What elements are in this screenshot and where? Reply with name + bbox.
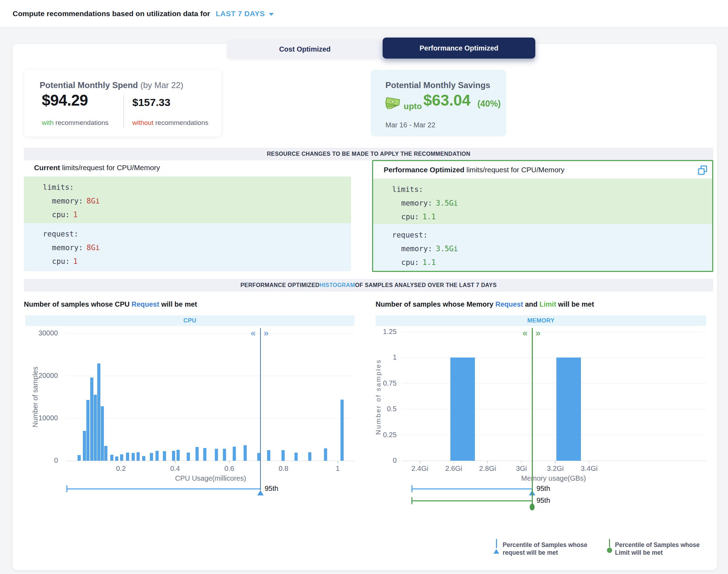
legend-request-label: Percentile of Samples whose request will… bbox=[503, 541, 600, 556]
current-title-bold: Current bbox=[34, 163, 60, 172]
current-limits-block: limits: memory:8Gi cpu:1 bbox=[24, 176, 351, 223]
date-range-value: LAST 7 DAYS bbox=[216, 9, 265, 18]
spend-card-title: Potential Monthly Spend (by Mar 22) bbox=[40, 80, 183, 90]
limits-memory-row: memory:8Gi bbox=[43, 194, 351, 208]
optimized-request-block: request: memory:3.5Gi cpu:1.1 bbox=[373, 224, 712, 271]
caption-pre: Number of samples whose CPU bbox=[24, 300, 132, 308]
without-word: without bbox=[132, 119, 153, 126]
memory-y-axis-title: Number of samples bbox=[375, 355, 382, 439]
cpu-value: 1.1 bbox=[423, 258, 436, 267]
copy-icon[interactable] bbox=[698, 165, 707, 177]
limits-key: limits: bbox=[392, 183, 712, 196]
limits-cpu-row: cpu:1 bbox=[43, 208, 351, 222]
request-cpu-row: cpu:1 bbox=[43, 255, 351, 268]
cpu-key: cpu: bbox=[401, 213, 419, 221]
optimized-panel: Performance Optimized limits/request for… bbox=[372, 160, 713, 272]
savings-upto: upto bbox=[404, 101, 422, 111]
savings-percent: (40%) bbox=[477, 99, 501, 109]
histogram-section-header: PERFORMANCE OPTIMIZED HISTOGRAM OF SAMPL… bbox=[24, 279, 713, 292]
memory-value: 3.5Gi bbox=[436, 199, 458, 207]
spend-title-text: Potential Monthly Spend bbox=[40, 80, 138, 90]
current-title-rest: limits/request for CPU/Memory bbox=[60, 163, 160, 172]
marker-right-handle-icon[interactable]: » bbox=[264, 328, 269, 338]
page-title: Compute recommendations based on utiliza… bbox=[13, 9, 210, 18]
request-memory-row: memory:8Gi bbox=[43, 241, 351, 255]
memory-key: memory: bbox=[52, 243, 83, 252]
page: Compute recommendations based on utiliza… bbox=[0, 0, 728, 574]
memory-value: 8Gi bbox=[87, 197, 100, 205]
chevron-down-icon bbox=[269, 13, 274, 16]
marker-left-handle-icon[interactable]: « bbox=[522, 328, 527, 338]
request-percentile-marker-icon bbox=[493, 539, 500, 554]
request-cpu-row: cpu:1.1 bbox=[392, 256, 712, 269]
money-banknotes-icon bbox=[384, 94, 402, 109]
with-rest: recommendations bbox=[54, 119, 108, 126]
optimized-title-rest: limits/request for CPU/Memory bbox=[464, 166, 564, 174]
memory-value: 3.5Gi bbox=[436, 245, 458, 253]
request-memory-row: memory:3.5Gi bbox=[392, 242, 712, 256]
cpu-y-axis-title: Number of samples bbox=[31, 355, 39, 439]
date-range-selector[interactable]: LAST 7 DAYS bbox=[216, 9, 274, 18]
optimized-title-bold: Performance Optimized bbox=[384, 166, 464, 174]
cpu-value: 1.1 bbox=[423, 213, 436, 221]
current-panel-title: Current limits/request for CPU/Memory bbox=[34, 163, 160, 172]
caption-post: will be met bbox=[159, 300, 197, 308]
topbar: Compute recommendations based on utiliza… bbox=[0, 0, 728, 27]
potential-monthly-savings-card: Potential Monthly Savings upto $63.04 (4… bbox=[371, 70, 506, 136]
cpu-value: 1 bbox=[73, 211, 78, 219]
hist-header-highlight: HISTOGRAM bbox=[319, 282, 355, 288]
limits-key: limits: bbox=[43, 181, 351, 194]
cpu-key: cpu: bbox=[401, 258, 419, 267]
savings-card-title: Potential Monthly Savings bbox=[385, 80, 490, 90]
caption-request: Request bbox=[132, 300, 159, 308]
percentile-marker-line[interactable] bbox=[260, 328, 261, 490]
cpu-chart-caption: Number of samples whose CPU Request will… bbox=[24, 300, 197, 308]
savings-value: $63.04 bbox=[423, 92, 471, 109]
legend-limit-label: Percentile of Samples whose Limit will b… bbox=[615, 541, 708, 556]
marker-left-handle-icon[interactable]: « bbox=[251, 328, 256, 338]
tab-cost-optimized[interactable]: Cost Optimized bbox=[227, 40, 383, 59]
spend-without-label: without recommendations bbox=[132, 119, 209, 127]
caption-pre: Number of samples whose Memory bbox=[376, 300, 495, 308]
caption-mid: and bbox=[523, 300, 540, 308]
hist-header-post: OF SAMPLES ANALYSED OVER THE LAST 7 DAYS bbox=[355, 282, 497, 288]
savings-date-range: Mar 16 - Mar 22 bbox=[385, 121, 435, 129]
memory-chart-caption: Number of samples whose Memory Request a… bbox=[376, 300, 594, 308]
limit-percentile-marker-icon bbox=[606, 539, 613, 553]
potential-monthly-spend-card: Potential Monthly Spend (by Mar 22) $94.… bbox=[24, 70, 221, 136]
request-key: request: bbox=[392, 228, 712, 242]
spend-without-value: $157.33 bbox=[132, 96, 170, 108]
resource-changes-header: RESOURCE CHANGES TO BE MADE TO APPLY THE… bbox=[24, 148, 713, 160]
spend-with-label: with recommendations bbox=[42, 119, 108, 127]
marker-right-handle-icon[interactable]: » bbox=[535, 328, 540, 338]
cpu-key: cpu: bbox=[52, 211, 70, 219]
current-request-block: request: memory:8Gi cpu:1 bbox=[24, 223, 351, 271]
optimized-limits-block: limits: memory:3.5Gi cpu:1.1 bbox=[373, 179, 712, 224]
tab-performance-optimized[interactable]: Performance Optimized bbox=[383, 38, 535, 59]
limits-cpu-row: cpu:1.1 bbox=[392, 210, 712, 224]
percentile-marker-line[interactable] bbox=[532, 328, 533, 507]
memory-chart-header: MEMORY bbox=[376, 315, 706, 326]
without-rest: recommendations bbox=[153, 119, 208, 126]
memory-key: memory: bbox=[401, 245, 432, 253]
hist-header-pre: PERFORMANCE OPTIMIZED bbox=[240, 282, 319, 288]
memory-key: memory: bbox=[52, 197, 83, 205]
limits-memory-row: memory:3.5Gi bbox=[392, 196, 712, 210]
cpu-value: 1 bbox=[73, 257, 78, 266]
cpu-chart-header: CPU bbox=[25, 315, 355, 326]
cpu-key: cpu: bbox=[52, 257, 70, 266]
request-key: request: bbox=[43, 227, 351, 241]
spend-title-date: (by Mar 22) bbox=[138, 80, 183, 90]
caption-request: Request bbox=[495, 300, 523, 308]
caption-limit: Limit bbox=[540, 300, 556, 308]
optimized-panel-title: Performance Optimized limits/request for… bbox=[384, 166, 564, 174]
memory-key: memory: bbox=[401, 199, 432, 207]
spend-with-value: $94.29 bbox=[42, 92, 88, 109]
with-word: with bbox=[42, 119, 54, 126]
memory-value: 8Gi bbox=[87, 243, 100, 252]
caption-post: will be met bbox=[556, 300, 594, 308]
spend-divider bbox=[124, 95, 124, 127]
memory-x-axis-title: Memory usage(GBs) bbox=[483, 474, 624, 482]
